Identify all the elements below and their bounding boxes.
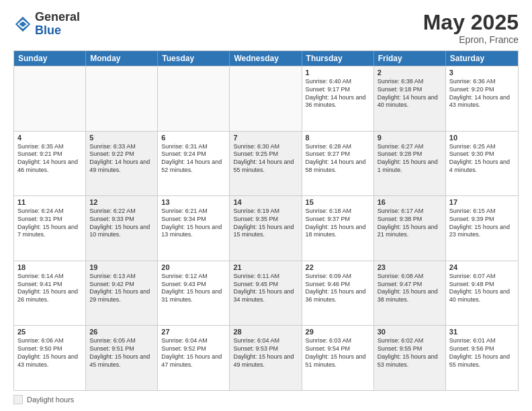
location: Epron, France xyxy=(423,34,519,45)
week-row-2: 4Sunrise: 6:35 AM Sunset: 9:21 PM Daylig… xyxy=(14,131,518,196)
cal-cell-2-4: 15Sunrise: 6:18 AM Sunset: 9:37 PM Dayli… xyxy=(302,196,374,261)
cell-text: Sunrise: 6:38 AM Sunset: 9:18 PM Dayligh… xyxy=(378,78,442,109)
cell-text: Sunrise: 6:04 AM Sunset: 9:52 PM Dayligh… xyxy=(161,337,226,369)
cal-cell-3-0: 18Sunrise: 6:14 AM Sunset: 9:41 PM Dayli… xyxy=(14,261,86,326)
cell-text: Sunrise: 6:31 AM Sunset: 9:24 PM Dayligh… xyxy=(161,143,226,175)
day-number: 24 xyxy=(449,263,515,271)
day-number: 19 xyxy=(89,263,154,271)
cell-text: Sunrise: 6:04 AM Sunset: 9:53 PM Dayligh… xyxy=(233,337,298,369)
week-row-5: 25Sunrise: 6:06 AM Sunset: 9:50 PM Dayli… xyxy=(14,325,518,390)
cal-cell-4-2: 27Sunrise: 6:04 AM Sunset: 9:52 PM Dayli… xyxy=(158,326,230,390)
cell-text: Sunrise: 6:13 AM Sunset: 9:42 PM Dayligh… xyxy=(89,273,154,304)
cal-cell-1-2: 6Sunrise: 6:31 AM Sunset: 9:24 PM Daylig… xyxy=(158,132,230,196)
cell-text: Sunrise: 6:01 AM Sunset: 9:56 PM Dayligh… xyxy=(449,337,515,369)
title-block: May 2025 Epron, France xyxy=(423,11,519,45)
day-number: 11 xyxy=(17,198,82,206)
day-number: 8 xyxy=(306,134,370,142)
cal-cell-1-5: 9Sunrise: 6:27 AM Sunset: 9:28 PM Daylig… xyxy=(374,132,446,196)
cal-cell-2-2: 13Sunrise: 6:21 AM Sunset: 9:34 PM Dayli… xyxy=(158,196,230,261)
page: General Blue May 2025 Epron, France Sund… xyxy=(0,0,532,411)
cell-text: Sunrise: 6:30 AM Sunset: 9:25 PM Dayligh… xyxy=(233,143,298,175)
header-sunday: Sunday xyxy=(14,51,86,66)
cal-cell-3-6: 24Sunrise: 6:07 AM Sunset: 9:48 PM Dayli… xyxy=(446,261,518,326)
cal-cell-2-1: 12Sunrise: 6:22 AM Sunset: 9:33 PM Dayli… xyxy=(86,196,158,261)
cal-cell-4-5: 30Sunrise: 6:02 AM Sunset: 9:55 PM Dayli… xyxy=(374,326,446,390)
week-row-4: 18Sunrise: 6:14 AM Sunset: 9:41 PM Dayli… xyxy=(14,261,518,326)
cal-cell-0-4: 1Sunrise: 6:40 AM Sunset: 9:17 PM Daylig… xyxy=(302,66,374,131)
logo: General Blue xyxy=(13,11,80,38)
cal-cell-4-4: 29Sunrise: 6:03 AM Sunset: 9:54 PM Dayli… xyxy=(302,326,374,390)
cal-cell-2-0: 11Sunrise: 6:24 AM Sunset: 9:31 PM Dayli… xyxy=(14,196,86,261)
calendar-header: SundayMondayTuesdayWednesdayThursdayFrid… xyxy=(14,51,518,66)
day-number: 27 xyxy=(161,328,226,336)
day-number: 7 xyxy=(233,134,298,142)
legend-box xyxy=(13,395,23,404)
cal-cell-3-5: 23Sunrise: 6:08 AM Sunset: 9:47 PM Dayli… xyxy=(374,261,446,326)
cal-cell-0-1 xyxy=(86,66,158,131)
cell-text: Sunrise: 6:18 AM Sunset: 9:37 PM Dayligh… xyxy=(306,208,370,239)
cal-cell-2-6: 17Sunrise: 6:15 AM Sunset: 9:39 PM Dayli… xyxy=(446,196,518,261)
header: General Blue May 2025 Epron, France xyxy=(13,11,519,45)
header-tuesday: Tuesday xyxy=(158,51,230,66)
cell-text: Sunrise: 6:25 AM Sunset: 9:30 PM Dayligh… xyxy=(449,143,515,175)
cell-text: Sunrise: 6:08 AM Sunset: 9:47 PM Dayligh… xyxy=(378,273,442,304)
day-number: 18 xyxy=(17,263,82,271)
day-number: 10 xyxy=(449,134,515,142)
cell-text: Sunrise: 6:17 AM Sunset: 9:38 PM Dayligh… xyxy=(378,208,442,239)
week-row-3: 11Sunrise: 6:24 AM Sunset: 9:31 PM Dayli… xyxy=(14,195,518,261)
day-number: 5 xyxy=(89,134,154,142)
cell-text: Sunrise: 6:35 AM Sunset: 9:21 PM Dayligh… xyxy=(17,143,82,175)
day-number: 25 xyxy=(17,328,82,336)
logo-icon xyxy=(13,15,32,34)
cell-text: Sunrise: 6:02 AM Sunset: 9:55 PM Dayligh… xyxy=(378,337,442,369)
logo-general: General xyxy=(35,10,80,24)
header-saturday: Saturday xyxy=(446,51,518,66)
day-number: 26 xyxy=(89,328,154,336)
cal-cell-0-3 xyxy=(230,66,302,131)
cal-cell-3-4: 22Sunrise: 6:09 AM Sunset: 9:46 PM Dayli… xyxy=(302,261,374,326)
day-number: 3 xyxy=(449,68,515,77)
cell-text: Sunrise: 6:06 AM Sunset: 9:50 PM Dayligh… xyxy=(17,337,82,369)
cell-text: Sunrise: 6:05 AM Sunset: 9:51 PM Dayligh… xyxy=(89,337,154,369)
cell-text: Sunrise: 6:21 AM Sunset: 9:34 PM Dayligh… xyxy=(161,208,226,239)
day-number: 22 xyxy=(306,263,370,271)
cal-cell-3-1: 19Sunrise: 6:13 AM Sunset: 9:42 PM Dayli… xyxy=(86,261,158,326)
day-number: 29 xyxy=(306,328,370,336)
legend: Daylight hours xyxy=(13,395,519,404)
cal-cell-2-3: 14Sunrise: 6:19 AM Sunset: 9:35 PM Dayli… xyxy=(230,196,302,261)
day-number: 21 xyxy=(233,263,298,271)
logo-text: General Blue xyxy=(35,11,80,38)
cell-text: Sunrise: 6:33 AM Sunset: 9:22 PM Dayligh… xyxy=(89,143,154,175)
legend-label: Daylight hours xyxy=(27,396,74,404)
day-number: 14 xyxy=(233,198,298,206)
month-title: May 2025 xyxy=(423,11,519,34)
day-number: 30 xyxy=(378,328,442,336)
cal-cell-1-1: 5Sunrise: 6:33 AM Sunset: 9:22 PM Daylig… xyxy=(86,132,158,196)
logo-blue: Blue xyxy=(35,24,61,37)
cell-text: Sunrise: 6:09 AM Sunset: 9:46 PM Dayligh… xyxy=(306,273,370,304)
header-monday: Monday xyxy=(86,51,158,66)
day-number: 1 xyxy=(306,68,370,77)
cell-text: Sunrise: 6:12 AM Sunset: 9:43 PM Dayligh… xyxy=(161,273,226,304)
cell-text: Sunrise: 6:27 AM Sunset: 9:28 PM Dayligh… xyxy=(378,143,442,175)
cal-cell-0-2 xyxy=(158,66,230,131)
cell-text: Sunrise: 6:15 AM Sunset: 9:39 PM Dayligh… xyxy=(449,208,515,239)
cell-text: Sunrise: 6:24 AM Sunset: 9:31 PM Dayligh… xyxy=(17,208,82,239)
cell-text: Sunrise: 6:03 AM Sunset: 9:54 PM Dayligh… xyxy=(306,337,370,369)
cal-cell-1-6: 10Sunrise: 6:25 AM Sunset: 9:30 PM Dayli… xyxy=(446,132,518,196)
cal-cell-3-3: 21Sunrise: 6:11 AM Sunset: 9:45 PM Dayli… xyxy=(230,261,302,326)
day-number: 20 xyxy=(161,263,226,271)
cell-text: Sunrise: 6:19 AM Sunset: 9:35 PM Dayligh… xyxy=(233,208,298,239)
cell-text: Sunrise: 6:40 AM Sunset: 9:17 PM Dayligh… xyxy=(306,78,370,109)
header-thursday: Thursday xyxy=(302,51,374,66)
day-number: 17 xyxy=(449,198,515,206)
cal-cell-0-6: 3Sunrise: 6:36 AM Sunset: 9:20 PM Daylig… xyxy=(446,66,518,131)
day-number: 13 xyxy=(161,198,226,206)
day-number: 31 xyxy=(449,328,515,336)
cal-cell-1-4: 8Sunrise: 6:28 AM Sunset: 9:27 PM Daylig… xyxy=(302,132,374,196)
cal-cell-2-5: 16Sunrise: 6:17 AM Sunset: 9:38 PM Dayli… xyxy=(374,196,446,261)
day-number: 2 xyxy=(378,68,442,77)
cell-text: Sunrise: 6:22 AM Sunset: 9:33 PM Dayligh… xyxy=(89,208,154,239)
cal-cell-3-2: 20Sunrise: 6:12 AM Sunset: 9:43 PM Dayli… xyxy=(158,261,230,326)
cell-text: Sunrise: 6:14 AM Sunset: 9:41 PM Dayligh… xyxy=(17,273,82,304)
